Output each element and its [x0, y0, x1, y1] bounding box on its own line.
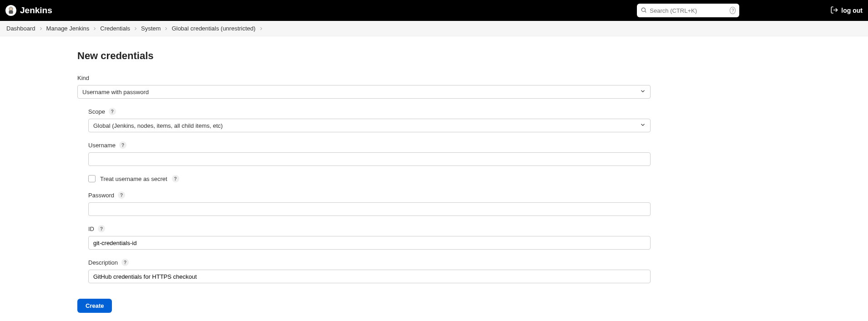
chevron-right-icon [38, 26, 44, 31]
scope-select[interactable]: Global (Jenkins, nodes, items, all child… [88, 119, 651, 132]
id-label: ID [88, 226, 94, 232]
svg-point-3 [642, 8, 646, 11]
treat-username-secret-checkbox[interactable] [88, 175, 96, 182]
breadcrumb-item[interactable]: Manage Jenkins [45, 24, 91, 33]
help-icon[interactable]: ? [730, 7, 736, 14]
chevron-right-icon [163, 26, 169, 31]
treat-username-secret-label: Treat username as secret [100, 176, 167, 182]
kind-select-value: Username with password [77, 85, 651, 99]
description-label: Description [88, 259, 118, 266]
breadcrumb-item[interactable]: System [140, 24, 161, 33]
help-icon[interactable]: ? [121, 259, 129, 266]
scope-label: Scope [88, 108, 105, 115]
svg-line-4 [645, 11, 646, 12]
create-button[interactable]: Create [77, 299, 112, 313]
logout-link[interactable]: log out [830, 6, 863, 15]
page-title: New credentials [77, 50, 651, 62]
chevron-right-icon [133, 26, 138, 31]
main-content: New credentials Kind Username with passw… [0, 36, 728, 321]
username-input[interactable] [88, 152, 651, 166]
chevron-right-icon [92, 26, 97, 31]
id-input[interactable] [88, 236, 651, 250]
help-icon[interactable]: ? [109, 108, 116, 115]
search-input[interactable] [650, 7, 727, 14]
jenkins-logo-icon [5, 5, 16, 16]
help-icon[interactable]: ? [98, 225, 105, 232]
kind-label: Kind [77, 75, 651, 81]
search-box[interactable]: ? [637, 4, 739, 17]
description-input[interactable] [88, 270, 651, 283]
password-label: Password [88, 192, 114, 199]
chevron-right-icon [258, 26, 264, 31]
help-icon[interactable]: ? [119, 141, 126, 149]
logout-label: log out [841, 7, 863, 14]
brand-logo[interactable]: Jenkins [5, 5, 52, 16]
breadcrumb: Dashboard Manage Jenkins Credentials Sys… [0, 21, 868, 36]
help-icon[interactable]: ? [172, 175, 179, 182]
password-input[interactable] [88, 202, 651, 216]
svg-point-0 [9, 7, 12, 10]
svg-rect-1 [9, 10, 13, 14]
breadcrumb-item[interactable]: Credentials [99, 24, 131, 33]
breadcrumb-item[interactable]: Dashboard [5, 24, 36, 33]
username-label: Username [88, 142, 116, 149]
help-icon[interactable]: ? [118, 191, 125, 199]
logout-icon [830, 6, 838, 15]
kind-select[interactable]: Username with password [77, 85, 651, 99]
scope-select-value: Global (Jenkins, nodes, items, all child… [88, 119, 651, 132]
brand-name: Jenkins [20, 5, 52, 15]
breadcrumb-item[interactable]: Global credentials (unrestricted) [171, 24, 256, 33]
search-icon [641, 7, 647, 15]
top-header: Jenkins ? log out [0, 0, 868, 21]
